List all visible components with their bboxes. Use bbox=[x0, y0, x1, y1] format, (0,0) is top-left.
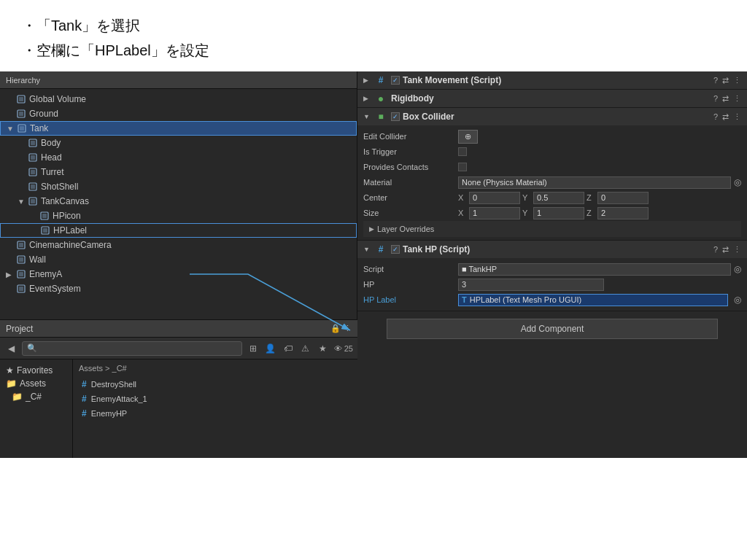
help-icon-tankmovement[interactable]: ? bbox=[713, 76, 718, 85]
hp-label-display[interactable]: T HPLabel (Text Mesh Pro UGUI) bbox=[458, 294, 728, 306]
hierarchy-item-body[interactable]: Body bbox=[0, 136, 357, 150]
layout-icon[interactable]: ⊞ bbox=[247, 342, 260, 355]
script-input[interactable] bbox=[458, 263, 731, 276]
asset-item-enemyattack[interactable]: # EnemyAttack_1 bbox=[79, 392, 352, 406]
settings-icon-tankhp[interactable]: ⇄ bbox=[722, 245, 729, 254]
center-x-input[interactable] bbox=[469, 192, 520, 204]
size-z-input[interactable] bbox=[597, 207, 649, 219]
rigidbody-header[interactable]: ▶ ● Rigidbody ? ⇄ ⋮ bbox=[357, 90, 747, 107]
size-value: X Y Z bbox=[458, 207, 741, 219]
rigidbody-actions: ? ⇄ ⋮ bbox=[713, 94, 741, 104]
tank-hp-checkbox[interactable]: ✓ bbox=[391, 245, 400, 254]
hierarchy-item-tank[interactable]: ▼ Tank bbox=[0, 121, 357, 136]
tank-movement-icon: # bbox=[375, 74, 387, 86]
box-collider-arrow: ▼ bbox=[363, 113, 372, 120]
settings-icon-tankmovement[interactable]: ⇄ bbox=[722, 76, 729, 85]
hp-row: HP bbox=[363, 277, 741, 292]
alert-icon[interactable]: ⚠ bbox=[299, 342, 312, 355]
center-z-input[interactable] bbox=[597, 192, 649, 204]
more-icon-boxcollider[interactable]: ⋮ bbox=[733, 112, 741, 122]
hierarchy-item-wall[interactable]: Wall bbox=[0, 252, 357, 267]
assets-sidebar-item[interactable]: 📁 Assets bbox=[0, 377, 72, 390]
label-hplabel: HPLabel bbox=[53, 225, 87, 236]
unity-editor-area: Hierarchy Global Volume Gro bbox=[0, 71, 747, 458]
edit-collider-row: Edit Collider ⊕ bbox=[363, 129, 741, 144]
tank-movement-arrow: ▶ bbox=[363, 77, 372, 84]
text-mesh-pro-icon: T bbox=[462, 295, 467, 304]
tank-movement-checkbox[interactable]: ✓ bbox=[391, 76, 400, 85]
project-title: Project bbox=[6, 324, 33, 334]
help-icon-boxcollider[interactable]: ? bbox=[713, 112, 718, 121]
svg-rect-3 bbox=[19, 112, 23, 116]
hierarchy-item-globalvolume[interactable]: Global Volume bbox=[0, 92, 357, 106]
help-icon-rigidbody[interactable]: ? bbox=[713, 94, 718, 103]
tank-movement-header[interactable]: ▶ # ✓ Tank Movement (Script) ? ⇄ ⋮ bbox=[357, 71, 747, 89]
hierarchy-item-hpicon[interactable]: HPicon bbox=[0, 209, 357, 223]
asset-item-destroyshell[interactable]: # DestroyShell bbox=[79, 377, 352, 392]
label-tank: Tank bbox=[30, 123, 48, 133]
star-icon[interactable]: ★ bbox=[317, 342, 330, 355]
is-trigger-value bbox=[458, 147, 741, 156]
more-icon-tankmovement[interactable]: ⋮ bbox=[733, 76, 741, 85]
hierarchy-panel: Hierarchy Global Volume Gro bbox=[0, 71, 357, 319]
csharp-sidebar-item[interactable]: 📁 _C# bbox=[0, 390, 72, 403]
hierarchy-item-head[interactable]: Head bbox=[0, 150, 357, 165]
settings-icon-rigidbody[interactable]: ⇄ bbox=[722, 94, 729, 104]
tank-hp-header[interactable]: ▼ # ✓ Tank HP (Script) ? ⇄ ⋮ bbox=[357, 241, 747, 258]
star-sidebar-icon: ★ bbox=[6, 365, 14, 376]
hierarchy-item-cinemachine[interactable]: CinemachineCamera bbox=[0, 238, 357, 252]
size-x-input[interactable] bbox=[469, 207, 520, 219]
label-cinemachine: CinemachineCamera bbox=[29, 240, 112, 250]
search-icon: 🔍 bbox=[27, 343, 37, 353]
svg-rect-13 bbox=[31, 184, 35, 189]
hierarchy-items-list: Global Volume Ground ▼ Tank bbox=[0, 89, 357, 319]
arrow-left-icon[interactable]: ◀ bbox=[4, 342, 18, 355]
tag-icon[interactable]: 🏷 bbox=[282, 342, 295, 355]
favorites-item[interactable]: ★ Favorites bbox=[0, 364, 72, 377]
svg-rect-17 bbox=[42, 214, 47, 218]
settings-icon-boxcollider[interactable]: ⇄ bbox=[722, 112, 729, 122]
hierarchy-item-turret[interactable]: Turret bbox=[0, 165, 357, 179]
folder-icon: 📁 bbox=[6, 378, 17, 389]
script-value: ◎ bbox=[458, 263, 741, 276]
target-icon-material[interactable]: ◎ bbox=[734, 177, 741, 187]
tank-hp-actions: ? ⇄ ⋮ bbox=[713, 245, 741, 254]
arrow-enemya: ▶ bbox=[6, 271, 15, 279]
hp-input[interactable] bbox=[458, 279, 604, 291]
cube-icon-globalvolume bbox=[16, 94, 26, 104]
target-icon-hplabel[interactable]: ◎ bbox=[734, 295, 741, 305]
hash-icon-enemyhp: # bbox=[82, 408, 87, 419]
asset-item-enemyhp[interactable]: # EnemyHP bbox=[79, 406, 352, 421]
label-body: Body bbox=[41, 138, 61, 148]
add-component-button[interactable]: Add Component bbox=[387, 319, 718, 339]
target-icon-script[interactable]: ◎ bbox=[734, 264, 741, 274]
provides-contacts-checkbox[interactable] bbox=[458, 163, 467, 171]
material-input[interactable] bbox=[458, 176, 731, 189]
hierarchy-item-ground[interactable]: Ground bbox=[0, 106, 357, 121]
box-collider-header[interactable]: ▼ ■ ✓ Box Collider ? ⇄ ⋮ bbox=[357, 108, 747, 125]
is-trigger-checkbox[interactable] bbox=[458, 147, 467, 156]
layer-overrides-header[interactable]: ▶ Layer Overrides bbox=[363, 221, 741, 237]
tank-movement-actions: ? ⇄ ⋮ bbox=[713, 76, 741, 85]
hp-label-text: HPLabel (Text Mesh Pro UGUI) bbox=[470, 295, 581, 304]
more-icon-tankhp[interactable]: ⋮ bbox=[733, 245, 741, 254]
instruction-line1: ・「Tank」を選択 bbox=[22, 13, 725, 38]
more-icon-rigidbody[interactable]: ⋮ bbox=[733, 94, 741, 104]
cube-icon-wall bbox=[16, 254, 26, 265]
hierarchy-item-eventsystem[interactable]: EventSystem bbox=[0, 281, 357, 296]
box-collider-checkbox[interactable]: ✓ bbox=[391, 112, 400, 121]
help-icon-tankhp[interactable]: ? bbox=[713, 245, 718, 254]
project-assets-area: Assets > _C# # DestroyShell # EnemyAttac… bbox=[73, 359, 357, 458]
search-box[interactable]: 🔍 bbox=[22, 341, 242, 356]
hierarchy-item-hplabel[interactable]: HPLabel bbox=[0, 223, 357, 238]
box-collider-icon: ■ bbox=[375, 111, 387, 122]
person-icon[interactable]: 👤 bbox=[264, 342, 277, 355]
hierarchy-item-enemya[interactable]: ▶ EnemyA bbox=[0, 267, 357, 281]
center-row: Center X Y Z bbox=[363, 190, 741, 205]
edit-collider-value: ⊕ bbox=[458, 130, 741, 144]
hierarchy-item-tankcanvas[interactable]: ▼ TankCanvas bbox=[0, 194, 357, 209]
hierarchy-item-shotshell[interactable]: ShotShell bbox=[0, 179, 357, 194]
center-y-input[interactable] bbox=[533, 192, 584, 204]
size-y-input[interactable] bbox=[533, 207, 584, 219]
edit-collider-button[interactable]: ⊕ bbox=[458, 130, 478, 144]
